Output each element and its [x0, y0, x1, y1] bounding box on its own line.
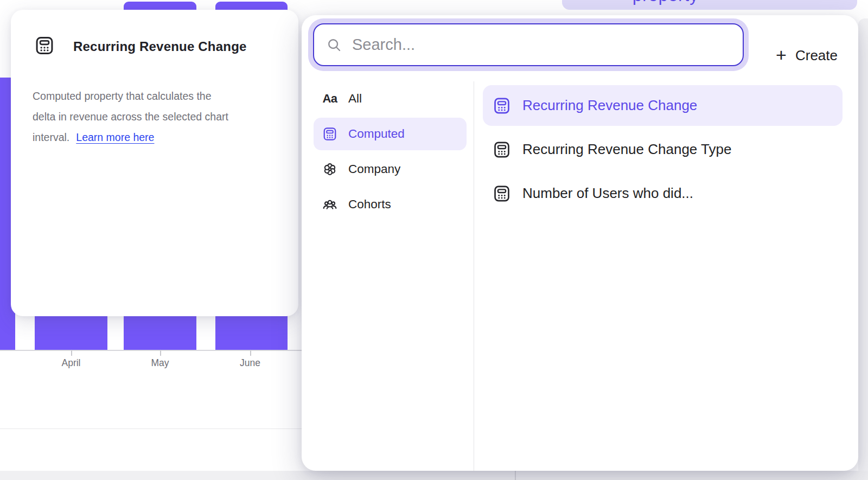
calculator-icon [493, 97, 511, 115]
cohorts-people-icon [322, 196, 338, 213]
company-icon [322, 161, 338, 177]
plus-icon: + [776, 46, 787, 64]
x-axis-label-april: April [61, 357, 80, 369]
category-item-cohorts[interactable]: Cohorts [314, 188, 467, 221]
screen: April May June property Recurring Revenu… [0, 0, 868, 480]
tooltip-description-line: delta in revenue across the selected cha… [33, 106, 278, 127]
calculator-icon [493, 184, 511, 203]
category-list: Aa All Computed [314, 82, 467, 223]
calculator-icon [322, 126, 338, 142]
search-focus-ring [308, 18, 749, 71]
calculator-icon [34, 35, 55, 56]
category-item-computed[interactable]: Computed [314, 118, 467, 150]
background-page-edge [858, 18, 868, 480]
property-tooltip-card: Recurring Revenue Change Computed proper… [11, 10, 298, 316]
calculator-icon [493, 140, 511, 159]
tooltip-description-line: Computed property that calculates the [33, 86, 278, 106]
chart-x-axis [0, 350, 302, 351]
background-panel-divider [515, 471, 516, 480]
tooltip-title: Recurring Revenue Change [73, 39, 247, 54]
category-item-company[interactable]: Company [314, 153, 467, 185]
tooltip-description-line: interval. [33, 131, 69, 143]
learn-more-link[interactable]: Learn more here [76, 131, 154, 143]
background-bottom-strip [0, 471, 868, 480]
x-axis-label-june: June [240, 357, 260, 369]
search-input[interactable] [352, 24, 743, 65]
axis-tick [71, 350, 72, 356]
create-button[interactable]: + Create [776, 40, 838, 71]
selected-property-pill-label: property [633, 0, 699, 5]
axis-tick [250, 350, 251, 356]
chart-panel-bottom-border [0, 428, 302, 429]
modal-column-divider [474, 81, 474, 471]
axis-tick [160, 350, 161, 356]
property-result-number-of-users[interactable]: Number of Users who did... [483, 173, 843, 214]
selected-property-pill[interactable]: property [562, 0, 857, 10]
search-box [313, 23, 744, 66]
tooltip-description: Computed property that calculates the de… [33, 86, 278, 148]
property-result-list: Recurring Revenue Change Recurring Reven… [483, 85, 843, 217]
x-axis-label-may: May [151, 357, 169, 369]
property-picker-modal: + Create Aa All Computed [302, 15, 858, 471]
property-result-recurring-revenue-change-type[interactable]: Recurring Revenue Change Type [483, 129, 843, 170]
property-result-recurring-revenue-change[interactable]: Recurring Revenue Change [483, 85, 843, 126]
search-icon [326, 37, 342, 53]
category-item-all[interactable]: Aa All [314, 82, 467, 115]
text-format-icon: Aa [322, 91, 338, 107]
